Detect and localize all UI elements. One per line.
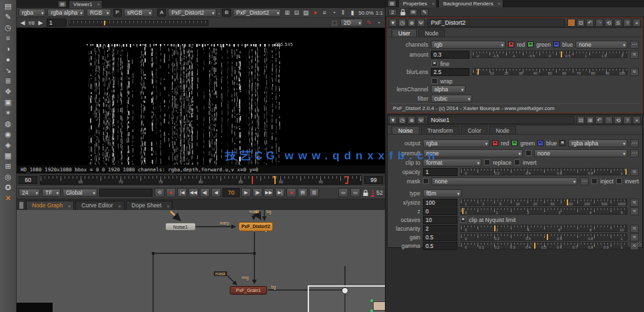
color-icon[interactable]: ◑ [2,44,15,54]
amount-slider[interactable]: -2-1.5-1-0.500.511.52 [472,51,627,58]
gamma-toggle[interactable]: P [113,9,122,17]
range-end-field[interactable]: 99 [364,176,383,184]
deep-icon[interactable]: ◍ [2,119,15,129]
knobs-icon[interactable]: Ψ [417,116,425,124]
goto-end-button[interactable]: ▶| [275,188,285,197]
tab-node[interactable]: Node [418,29,445,37]
particles-icon[interactable]: ✶ [2,108,15,118]
pane-menu-icon[interactable]: ▤ [388,0,396,7]
keyer-icon[interactable]: ↘ [2,65,15,75]
range-expression-field[interactable] [99,189,153,197]
tab-node-graph[interactable]: Node Graph [26,201,74,210]
loop-mode-button[interactable]: ⟲ [155,188,164,197]
red-checkbox[interactable] [508,41,514,47]
screen-icon[interactable]: ⊞ [586,116,594,124]
play-forward-button[interactable]: ▶ [241,188,251,197]
lacunarity-slider[interactable]: 0246810 [460,225,627,232]
clock-icon[interactable]: ◷ [398,116,406,124]
blurlens-field[interactable]: 2.5 [431,68,470,76]
play-forward-fast-button[interactable]: ▶▶ [264,188,274,197]
node-menu-icon[interactable]: ▼ [389,19,397,27]
pane-menu-icon[interactable]: ▤ [58,1,67,7]
tab-curve-editor[interactable]: Curve Editor [75,201,124,210]
channels-stack-icon[interactable]: ≡ [320,9,328,17]
clock-icon[interactable]: ◷ [398,19,406,27]
next-stop-icon[interactable]: ▶ [37,19,45,27]
tab-user[interactable]: User [392,29,417,37]
green-checkbox[interactable] [527,41,533,47]
center-icon[interactable]: ⊕ [408,19,416,27]
blurlens-curve-button[interactable] [630,68,639,76]
edit-pencil-icon[interactable]: ✎ [420,9,429,16]
blue-checkbox[interactable] [553,41,559,47]
record-right-button[interactable]: ● [286,188,296,197]
views-icon[interactable]: ◉ [2,129,15,139]
channel-icon[interactable]: ≡ [2,33,15,43]
tab-dope-sheet[interactable]: Dope Sheet [126,201,173,210]
redo-icon[interactable]: ↷ [605,116,613,124]
close-panel-icon[interactable]: × [633,116,641,124]
more-button[interactable] [630,139,639,147]
output-mask-dropdown[interactable]: rgba alpha [568,139,627,147]
type-dropdown[interactable]: fBm [423,189,462,197]
tab-color[interactable]: Color [461,126,487,134]
capture-button[interactable]: ▥ [309,188,319,197]
channel-mask-dropdown[interactable]: none [575,41,627,49]
opacity-field[interactable]: 1 [423,168,458,176]
pause-icon[interactable]: ‖ [339,9,347,17]
viewer-frame-input[interactable]: 1 [47,19,67,27]
roi-rect-icon[interactable]: ⬚ [330,19,338,27]
framerate-dropdown[interactable]: 24 [19,189,40,197]
merge-icon[interactable]: ≣ [2,76,15,86]
opacity-curve-button[interactable] [630,168,639,176]
red-checkbox[interactable] [492,140,498,146]
other-icon[interactable]: ⊞ [2,161,15,171]
gain-slider[interactable]: 00.20.40.60.81 [460,233,627,241]
fstop-label[interactable]: f/8 [29,20,35,26]
roi-icon[interactable]: ● [311,9,319,17]
pixelfudger-icon[interactable]: ✕ [2,193,15,203]
goto-start-button[interactable]: |◀ [177,188,187,197]
xysize-curve-button[interactable] [630,199,639,207]
node-selected[interactable] [373,301,385,311]
help-icon[interactable]: ? [623,116,631,124]
checker-icon[interactable]: ▨ [302,9,310,17]
step-back-button[interactable]: ◀| [200,188,210,197]
xysize-field[interactable]: 100 [423,199,458,207]
pixel-aspect[interactable]: 1:1 [376,10,383,16]
annotate-pencil-icon[interactable]: ✎ [365,19,373,27]
gain-curve-button[interactable] [630,233,639,241]
view-mode-dropdown[interactable]: 2D [340,19,363,27]
amount-field[interactable]: 0.3 [431,51,470,59]
alpha-layer-dropdown[interactable]: rgba alpha [47,9,84,17]
output-dropdown[interactable]: rgba [423,139,489,147]
replace-checkbox[interactable] [484,159,490,165]
invert-checkbox[interactable] [616,178,622,184]
channels-dropdown[interactable]: rgb [431,41,505,49]
opacity-slider[interactable]: 00.20.40.60.81 [460,168,627,175]
monitor-out-a-button[interactable]: ▭ [338,188,348,197]
gamma-field[interactable]: 0.5 [423,242,458,250]
float-panel-icon[interactable]: ⊡ [577,116,585,124]
blurlens-slider[interactable]: 0102030405060708090100 [472,68,627,75]
gamma-slider[interactable]: 00.10.20.30.40.50.60.70.80.91 [460,242,627,249]
blue-checkbox[interactable] [537,140,543,146]
colorspace-dropdown[interactable]: sRGB [124,9,153,17]
range-start-field[interactable]: 60 [19,176,37,184]
record-left-button[interactable]: ● [166,188,176,197]
more-button[interactable] [630,41,639,49]
knobs-icon[interactable]: Ψ [417,19,425,27]
lenschannel-dropdown[interactable]: alpha [431,85,466,93]
display-channels-dropdown[interactable]: RGB [87,9,111,17]
frame-increment[interactable]: 1 [371,189,374,197]
xysize-slider[interactable]: 1251020501002005001000 [460,199,627,206]
green-checkbox[interactable] [511,140,517,146]
draw-icon[interactable]: ✎ [2,12,15,22]
node-name-field[interactable]: PxF_Distort2 [428,19,565,27]
gizmos-icon[interactable]: ✪ [2,183,15,193]
lock-panels-icon[interactable] [400,9,406,16]
mask-more-button[interactable] [580,177,589,185]
premult-checkbox[interactable] [525,150,531,156]
filter-icon[interactable]: ● [2,55,15,65]
clock-icon[interactable]: ◔ [330,9,338,17]
